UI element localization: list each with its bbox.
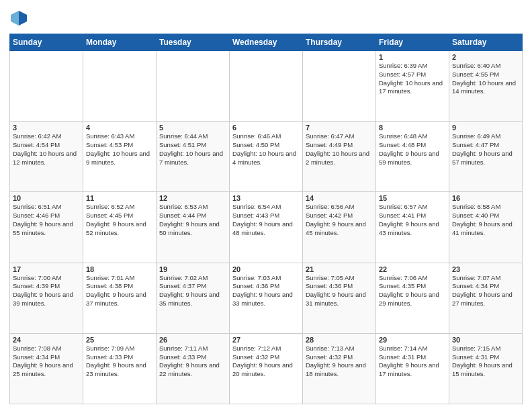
day-number: 16: [452, 194, 519, 202]
day-info: Sunrise: 6:46 AM Sunset: 4:50 PM Dayligh…: [232, 132, 300, 167]
day-info: Sunrise: 6:43 AM Sunset: 4:53 PM Dayligh…: [86, 132, 153, 167]
day-cell: 29Sunrise: 7:14 AM Sunset: 4:31 PM Dayli…: [376, 333, 449, 404]
day-number: 24: [13, 336, 80, 344]
week-row-2: 3Sunrise: 6:42 AM Sunset: 4:54 PM Daylig…: [10, 122, 523, 192]
day-cell: 24Sunrise: 7:08 AM Sunset: 4:34 PM Dayli…: [10, 333, 83, 404]
day-cell: 23Sunrise: 7:07 AM Sunset: 4:34 PM Dayli…: [449, 263, 523, 333]
day-cell: 26Sunrise: 7:11 AM Sunset: 4:33 PM Dayli…: [157, 333, 230, 404]
calendar-header-row: SundayMondayTuesdayWednesdayThursdayFrid…: [10, 34, 523, 51]
header: [9, 7, 523, 28]
day-number: 27: [232, 336, 300, 344]
day-cell: 14Sunrise: 6:56 AM Sunset: 4:42 PM Dayli…: [303, 192, 376, 263]
day-info: Sunrise: 6:40 AM Sunset: 4:55 PM Dayligh…: [452, 62, 519, 96]
day-number: 6: [232, 124, 300, 132]
day-info: Sunrise: 6:54 AM Sunset: 4:43 PM Dayligh…: [232, 203, 300, 237]
day-info: Sunrise: 6:57 AM Sunset: 4:41 PM Dayligh…: [379, 203, 446, 237]
logo: [9, 9, 31, 28]
day-cell: [303, 51, 376, 122]
day-cell: [83, 51, 157, 122]
header-thursday: Thursday: [303, 34, 376, 51]
day-info: Sunrise: 6:56 AM Sunset: 4:42 PM Dayligh…: [306, 203, 373, 237]
day-number: 25: [86, 336, 153, 344]
day-number: 18: [86, 265, 153, 273]
day-info: Sunrise: 6:39 AM Sunset: 4:57 PM Dayligh…: [379, 62, 446, 96]
day-cell: [230, 51, 303, 122]
week-row-3: 10Sunrise: 6:51 AM Sunset: 4:46 PM Dayli…: [10, 192, 523, 263]
logo-icon: [9, 9, 28, 28]
day-cell: 20Sunrise: 7:03 AM Sunset: 4:36 PM Dayli…: [230, 263, 303, 333]
day-number: 11: [86, 194, 153, 202]
day-info: Sunrise: 7:12 AM Sunset: 4:32 PM Dayligh…: [232, 345, 300, 379]
svg-marker-1: [19, 11, 27, 26]
day-cell: 10Sunrise: 6:51 AM Sunset: 4:46 PM Dayli…: [10, 192, 83, 263]
day-number: 28: [306, 336, 373, 344]
day-number: 12: [159, 194, 226, 202]
day-number: 9: [452, 124, 519, 132]
day-number: 4: [86, 124, 153, 132]
day-info: Sunrise: 7:11 AM Sunset: 4:33 PM Dayligh…: [159, 345, 226, 379]
day-cell: 25Sunrise: 7:09 AM Sunset: 4:33 PM Dayli…: [83, 333, 157, 404]
day-cell: 28Sunrise: 7:13 AM Sunset: 4:32 PM Dayli…: [303, 333, 376, 404]
day-cell: 4Sunrise: 6:43 AM Sunset: 4:53 PM Daylig…: [83, 122, 157, 192]
day-info: Sunrise: 7:00 AM Sunset: 4:39 PM Dayligh…: [13, 274, 80, 308]
day-number: 5: [159, 124, 226, 132]
day-info: Sunrise: 6:58 AM Sunset: 4:40 PM Dayligh…: [452, 203, 519, 237]
day-info: Sunrise: 6:48 AM Sunset: 4:48 PM Dayligh…: [379, 132, 446, 167]
day-cell: 18Sunrise: 7:01 AM Sunset: 4:38 PM Dayli…: [83, 263, 157, 333]
day-number: 15: [379, 194, 446, 202]
day-number: 23: [452, 265, 519, 273]
day-cell: 27Sunrise: 7:12 AM Sunset: 4:32 PM Dayli…: [230, 333, 303, 404]
header-tuesday: Tuesday: [157, 34, 230, 51]
day-info: Sunrise: 7:15 AM Sunset: 4:31 PM Dayligh…: [452, 345, 519, 379]
day-cell: 15Sunrise: 6:57 AM Sunset: 4:41 PM Dayli…: [376, 192, 449, 263]
day-cell: [157, 51, 230, 122]
day-cell: 9Sunrise: 6:49 AM Sunset: 4:47 PM Daylig…: [449, 122, 523, 192]
day-cell: [10, 51, 83, 122]
day-number: 1: [379, 53, 446, 61]
day-info: Sunrise: 6:44 AM Sunset: 4:51 PM Dayligh…: [159, 132, 226, 167]
header-friday: Friday: [376, 34, 449, 51]
day-number: 30: [452, 336, 519, 344]
day-cell: 6Sunrise: 6:46 AM Sunset: 4:50 PM Daylig…: [230, 122, 303, 192]
day-info: Sunrise: 7:08 AM Sunset: 4:34 PM Dayligh…: [13, 345, 80, 379]
day-number: 29: [379, 336, 446, 344]
week-row-4: 17Sunrise: 7:00 AM Sunset: 4:39 PM Dayli…: [10, 263, 523, 333]
day-number: 13: [232, 194, 300, 202]
day-number: 2: [452, 53, 519, 61]
day-info: Sunrise: 7:06 AM Sunset: 4:35 PM Dayligh…: [379, 274, 446, 308]
day-info: Sunrise: 7:13 AM Sunset: 4:32 PM Dayligh…: [306, 345, 373, 379]
day-cell: 22Sunrise: 7:06 AM Sunset: 4:35 PM Dayli…: [376, 263, 449, 333]
day-cell: 5Sunrise: 6:44 AM Sunset: 4:51 PM Daylig…: [157, 122, 230, 192]
week-row-5: 24Sunrise: 7:08 AM Sunset: 4:34 PM Dayli…: [10, 333, 523, 404]
day-cell: 1Sunrise: 6:39 AM Sunset: 4:57 PM Daylig…: [376, 51, 449, 122]
day-info: Sunrise: 7:02 AM Sunset: 4:37 PM Dayligh…: [159, 274, 226, 308]
day-cell: 11Sunrise: 6:52 AM Sunset: 4:45 PM Dayli…: [83, 192, 157, 263]
day-cell: 30Sunrise: 7:15 AM Sunset: 4:31 PM Dayli…: [449, 333, 523, 404]
day-cell: 12Sunrise: 6:53 AM Sunset: 4:44 PM Dayli…: [157, 192, 230, 263]
day-info: Sunrise: 7:01 AM Sunset: 4:38 PM Dayligh…: [86, 274, 153, 308]
day-cell: 3Sunrise: 6:42 AM Sunset: 4:54 PM Daylig…: [10, 122, 83, 192]
calendar-container: SundayMondayTuesdayWednesdayThursdayFrid…: [0, 0, 532, 411]
day-number: 17: [13, 265, 80, 273]
day-cell: 21Sunrise: 7:05 AM Sunset: 4:36 PM Dayli…: [303, 263, 376, 333]
day-cell: 19Sunrise: 7:02 AM Sunset: 4:37 PM Dayli…: [157, 263, 230, 333]
day-number: 7: [306, 124, 373, 132]
day-info: Sunrise: 6:51 AM Sunset: 4:46 PM Dayligh…: [13, 203, 80, 237]
day-info: Sunrise: 7:09 AM Sunset: 4:33 PM Dayligh…: [86, 345, 153, 379]
week-row-1: 1Sunrise: 6:39 AM Sunset: 4:57 PM Daylig…: [10, 51, 523, 122]
calendar-table: SundayMondayTuesdayWednesdayThursdayFrid…: [9, 34, 523, 404]
day-info: Sunrise: 7:14 AM Sunset: 4:31 PM Dayligh…: [379, 345, 446, 379]
day-number: 3: [13, 124, 80, 132]
day-cell: 7Sunrise: 6:47 AM Sunset: 4:49 PM Daylig…: [303, 122, 376, 192]
day-info: Sunrise: 6:47 AM Sunset: 4:49 PM Dayligh…: [306, 132, 373, 167]
day-number: 19: [159, 265, 226, 273]
day-cell: 2Sunrise: 6:40 AM Sunset: 4:55 PM Daylig…: [449, 51, 523, 122]
header-sunday: Sunday: [10, 34, 83, 51]
day-info: Sunrise: 6:42 AM Sunset: 4:54 PM Dayligh…: [13, 132, 80, 167]
day-cell: 17Sunrise: 7:00 AM Sunset: 4:39 PM Dayli…: [10, 263, 83, 333]
day-number: 22: [379, 265, 446, 273]
day-cell: 13Sunrise: 6:54 AM Sunset: 4:43 PM Dayli…: [230, 192, 303, 263]
header-wednesday: Wednesday: [230, 34, 303, 51]
day-number: 20: [232, 265, 300, 273]
day-info: Sunrise: 7:05 AM Sunset: 4:36 PM Dayligh…: [306, 274, 373, 308]
